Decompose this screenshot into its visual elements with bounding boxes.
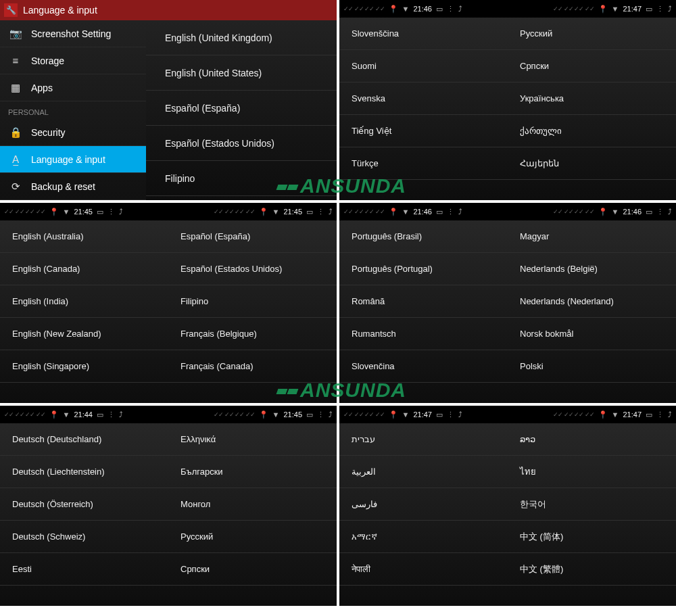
sidebar-item-storage[interactable]: ≡Storage xyxy=(0,47,146,74)
language-option[interactable]: English (Canada) xyxy=(0,253,168,285)
language-option[interactable]: Português (Brasil) xyxy=(339,220,508,253)
language-option[interactable]: English (United Kingdom) xyxy=(146,20,337,55)
language-option[interactable]: Русский xyxy=(508,18,676,50)
language-option[interactable]: Nederlands (Nederland) xyxy=(508,285,676,318)
language-icon: A̲ xyxy=(8,153,23,166)
back-icon[interactable]: ⤴ xyxy=(668,208,672,216)
sidebar-item-backup[interactable]: ⟳Backup & reset xyxy=(0,173,146,200)
status-bar: ✓✓ ✓✓ ✓✓ ✓✓📍▼21:44▭⋮⤴ ✓✓ ✓✓ ✓✓ ✓✓📍▼21:45… xyxy=(0,406,337,423)
language-option[interactable]: Tiếng Việt xyxy=(339,115,508,147)
language-option[interactable]: Español (Estados Unidos) xyxy=(146,126,337,161)
language-panel-5: ✓✓ ✓✓ ✓✓ ✓✓📍▼21:44▭⋮⤴ ✓✓ ✓✓ ✓✓ ✓✓📍▼21:45… xyxy=(0,406,337,606)
language-option[interactable]: Deutsch (Österreich) xyxy=(0,488,168,521)
wifi-icon: ▼ xyxy=(63,208,70,216)
language-option[interactable]: Eesti xyxy=(0,553,168,586)
language-option[interactable]: Rumantsch xyxy=(339,318,508,350)
language-option[interactable]: Português (Portugal) xyxy=(339,253,508,285)
language-option[interactable]: English (India) xyxy=(0,285,168,318)
language-list[interactable]: English (United Kingdom) English (United… xyxy=(146,20,337,200)
battery-icon: ▭ xyxy=(646,208,652,216)
language-option[interactable]: Deutsch (Schweiz) xyxy=(0,521,168,553)
language-option[interactable]: Türkçe xyxy=(339,147,508,180)
language-option[interactable]: Српски xyxy=(508,50,676,82)
wifi-icon: ▼ xyxy=(612,410,619,419)
language-option[interactable]: Français (Canada) xyxy=(168,350,337,383)
language-option[interactable]: Українська xyxy=(508,82,676,115)
language-option[interactable]: ქართული xyxy=(508,115,676,147)
storage-icon: ≡ xyxy=(8,55,23,66)
language-option[interactable]: فارسی xyxy=(339,488,508,521)
apps-icon: ▦ xyxy=(8,82,23,94)
language-option[interactable]: Filipino xyxy=(168,285,337,318)
language-column-left: עברית العربية فارسی አማርኛ नेपाली xyxy=(339,423,508,606)
language-option[interactable]: English (Australia) xyxy=(0,220,168,253)
sidebar-item-apps[interactable]: ▦Apps xyxy=(0,74,146,101)
sidebar-item-screenshot[interactable]: 📷Screenshot Setting xyxy=(0,20,146,47)
back-icon[interactable]: ⤴ xyxy=(329,410,333,419)
language-option[interactable]: Български xyxy=(168,456,337,488)
back-icon[interactable]: ⤴ xyxy=(458,208,462,216)
language-column-right: ລາວ ไทย 한국어 中文 (简体) 中文 (繁體) xyxy=(508,423,676,606)
back-icon[interactable]: ⤴ xyxy=(668,410,672,419)
language-option[interactable]: Suomi xyxy=(339,50,508,82)
language-option[interactable]: English (Singapore) xyxy=(0,350,168,383)
location-icon: 📍 xyxy=(259,410,268,419)
sidebar-item-language[interactable]: A̲Language & input xyxy=(0,146,146,173)
language-option[interactable]: Svenska xyxy=(339,82,508,115)
wrench-icon: 🔧 xyxy=(4,3,18,17)
sidebar-item-security[interactable]: 🔒Security xyxy=(0,119,146,146)
language-option[interactable]: 中文 (繁體) xyxy=(508,553,676,586)
status-time: 21:46 xyxy=(413,5,432,13)
more-icon: ⋮ xyxy=(656,208,664,216)
restore-icon: ⟳ xyxy=(8,181,23,193)
back-icon[interactable]: ⤴ xyxy=(458,5,462,13)
language-option[interactable]: English (New Zealand) xyxy=(0,318,168,350)
language-option[interactable]: Français (Belgique) xyxy=(168,318,337,350)
language-option[interactable]: עברית xyxy=(339,423,508,456)
language-panel-3: ✓✓ ✓✓ ✓✓ ✓✓📍▼21:45▭⋮⤴ ✓✓ ✓✓ ✓✓ ✓✓📍▼21:45… xyxy=(0,203,337,403)
status-checks-icon: ✓✓ ✓✓ ✓✓ ✓✓ xyxy=(214,411,255,418)
back-icon[interactable]: ⤴ xyxy=(119,410,123,419)
more-icon: ⋮ xyxy=(447,208,454,216)
language-option[interactable]: नेपाली xyxy=(339,553,508,586)
language-column-right: Русский Српски Українська ქართული Հայերե… xyxy=(508,18,676,200)
language-option[interactable]: Filipino xyxy=(146,161,337,196)
language-option[interactable]: Español (España) xyxy=(146,91,337,126)
language-option[interactable]: Deutsch (Liechtenstein) xyxy=(0,456,168,488)
language-option[interactable]: Монгол xyxy=(168,488,337,521)
status-checks-icon: ✓✓ ✓✓ ✓✓ ✓✓ xyxy=(343,411,385,418)
battery-icon: ▭ xyxy=(306,208,313,216)
language-option[interactable]: ລາວ xyxy=(508,423,676,456)
back-icon[interactable]: ⤴ xyxy=(458,410,462,419)
language-option[interactable]: English (United States) xyxy=(146,55,337,91)
wifi-icon: ▼ xyxy=(402,410,410,419)
more-icon: ⋮ xyxy=(317,410,324,419)
language-option[interactable]: Српски xyxy=(168,553,337,586)
language-option[interactable]: Ελληνικά xyxy=(168,423,337,456)
language-option[interactable]: Հայերեն xyxy=(508,147,676,180)
language-column-left: Slovenščina Suomi Svenska Tiếng Việt Tür… xyxy=(339,18,508,200)
language-option[interactable]: Deutsch (Deutschland) xyxy=(0,423,168,456)
language-option[interactable]: Nederlands (België) xyxy=(508,253,676,285)
language-option[interactable]: Slovenščina xyxy=(339,18,508,50)
back-icon[interactable]: ⤴ xyxy=(329,208,333,216)
language-option[interactable]: Norsk bokmål xyxy=(508,318,676,350)
language-option[interactable]: 한국어 xyxy=(508,488,676,521)
back-icon[interactable]: ⤴ xyxy=(119,208,123,216)
language-option[interactable]: Română xyxy=(339,285,508,318)
back-icon[interactable]: ⤴ xyxy=(668,5,672,13)
language-option[interactable]: 中文 (简体) xyxy=(508,521,676,553)
language-option[interactable]: ไทย xyxy=(508,456,676,488)
battery-icon: ▭ xyxy=(306,410,313,419)
language-option[interactable]: Slovenčina xyxy=(339,350,508,383)
language-option[interactable]: Español (España) xyxy=(168,220,337,253)
status-bar: ✓✓ ✓✓ ✓✓ ✓✓📍▼21:46▭⋮⤴ ✓✓ ✓✓ ✓✓ ✓✓📍▼21:46… xyxy=(339,203,676,220)
battery-icon: ▭ xyxy=(646,5,652,14)
language-option[interactable]: Polski xyxy=(508,350,676,383)
language-option[interactable]: Русский xyxy=(168,521,337,553)
language-option[interactable]: አማርኛ xyxy=(339,521,508,553)
language-option[interactable]: Magyar xyxy=(508,220,676,253)
language-option[interactable]: العربية xyxy=(339,456,508,488)
battery-icon: ▭ xyxy=(436,5,443,14)
language-option[interactable]: Español (Estados Unidos) xyxy=(168,253,337,285)
